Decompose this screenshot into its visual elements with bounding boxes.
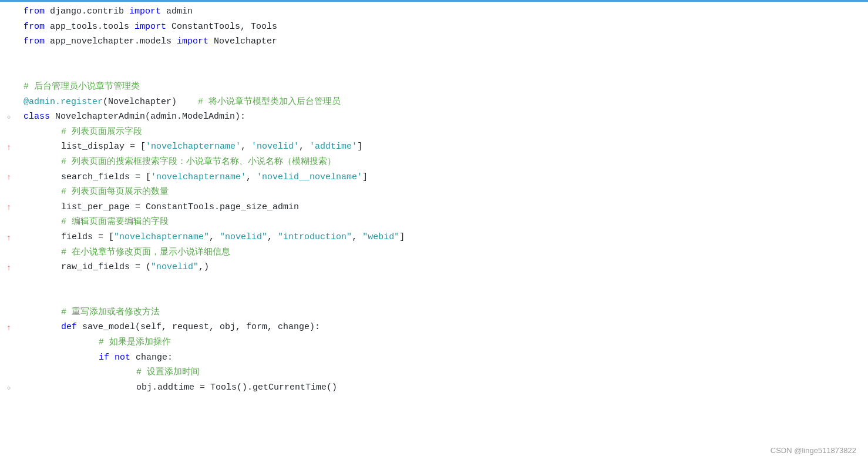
code-line-24: if not change: bbox=[23, 351, 868, 366]
code-area[interactable]: from django.contrib import adminfrom app… bbox=[18, 0, 868, 466]
code-line-19 bbox=[23, 276, 868, 291]
top-border bbox=[0, 0, 868, 2]
code-line-25: # 设置添加时间 bbox=[23, 366, 868, 381]
editor-container: ◇↑↑↑↑↑↑◇ from django.contrib import admi… bbox=[0, 0, 868, 466]
code-line-4 bbox=[23, 50, 868, 65]
code-line-6: # 后台管理员小说章节管理类 bbox=[23, 80, 868, 95]
gutter-marker-22: ↑ bbox=[6, 320, 11, 336]
gutter-marker-12: ↑ bbox=[6, 170, 11, 186]
gutter: ◇↑↑↑↑↑↑◇ bbox=[0, 0, 18, 466]
code-line-21: # 重写添加或者修改方法 bbox=[23, 306, 868, 321]
code-line-5 bbox=[23, 65, 868, 80]
code-line-26: obj.addtime = Tools().getCurrentTime() bbox=[23, 381, 868, 396]
code-line-10: list_display = ['novelchaptername', 'nov… bbox=[23, 140, 868, 155]
code-line-22: def save_model(self, request, obj, form,… bbox=[23, 320, 868, 336]
code-line-14: list_per_page = ConstantTools.page_size_… bbox=[23, 200, 868, 216]
gutter-marker-26: ◇ bbox=[7, 381, 11, 396]
code-line-8: class NovelchapterAdmin(admin.ModelAdmin… bbox=[23, 110, 868, 125]
code-line-9: # 列表页面展示字段 bbox=[23, 125, 868, 140]
code-line-12: search_fields = ['novelchaptername', 'no… bbox=[23, 170, 868, 186]
code-line-3: from app_novelchapter.models import Nove… bbox=[23, 35, 868, 50]
gutter-marker-16: ↑ bbox=[6, 230, 11, 246]
gutter-marker-10: ↑ bbox=[6, 140, 11, 155]
code-line-11: # 列表页面的搜索框搜索字段：小说章节名称、小说名称（模糊搜索） bbox=[23, 155, 868, 170]
gutter-marker-14: ↑ bbox=[6, 200, 11, 216]
code-line-23: # 如果是添加操作 bbox=[23, 336, 868, 351]
code-line-15: # 编辑页面需要编辑的字段 bbox=[23, 215, 868, 230]
code-line-13: # 列表页面每页展示的数量 bbox=[23, 185, 868, 200]
code-line-18: raw_id_fields = ("novelid",) bbox=[23, 260, 868, 276]
gutter-marker-18: ↑ bbox=[6, 260, 11, 276]
code-line-17: # 在小说章节修改页面，显示小说详细信息 bbox=[23, 246, 868, 261]
code-line-16: fields = ["novelchaptername", "novelid",… bbox=[23, 230, 868, 246]
code-line-7: @admin.register(Novelchapter) # 将小说章节模型类… bbox=[23, 95, 868, 110]
gutter-marker-8: ◇ bbox=[7, 110, 11, 125]
code-line-2: from app_tools.tools import ConstantTool… bbox=[23, 20, 868, 35]
code-line-20 bbox=[23, 290, 868, 306]
watermark: CSDN @linge511873822 bbox=[771, 445, 856, 457]
code-line-1: from django.contrib import admin bbox=[23, 5, 868, 20]
